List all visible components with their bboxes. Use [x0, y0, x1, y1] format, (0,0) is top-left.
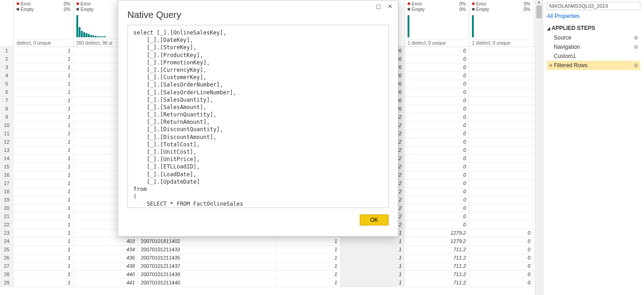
- cell[interactable]: 1279.2: [405, 229, 469, 237]
- cell[interactable]: 20070101211440: [138, 279, 276, 287]
- row-number[interactable]: 21: [0, 213, 14, 220]
- cell[interactable]: 1: [14, 179, 74, 187]
- cell[interactable]: [469, 213, 534, 220]
- cell[interactable]: 1: [340, 246, 405, 254]
- cell[interactable]: 20070101211437: [138, 262, 276, 270]
- row-number[interactable]: 18: [0, 188, 14, 196]
- cell[interactable]: 0: [405, 179, 469, 187]
- cell[interactable]: 0: [405, 88, 469, 96]
- cell[interactable]: 1: [14, 163, 74, 171]
- cell[interactable]: 0: [405, 188, 469, 196]
- cell[interactable]: 1: [14, 271, 74, 278]
- cell[interactable]: 441: [74, 279, 138, 287]
- cell[interactable]: 711.2: [405, 254, 469, 262]
- scroll-thumb[interactable]: [536, 6, 542, 18]
- cell[interactable]: [469, 113, 534, 121]
- row-number[interactable]: 16: [0, 171, 14, 179]
- cell[interactable]: 1: [14, 88, 74, 96]
- cell[interactable]: 1: [14, 121, 74, 129]
- cell[interactable]: 711.2: [405, 271, 469, 278]
- column-header-a[interactable]: Error0% Empty0% distinct, 0 unique: [14, 0, 74, 46]
- gear-icon[interactable]: ⚙: [634, 63, 638, 69]
- cell[interactable]: 1: [340, 262, 405, 270]
- connection-name[interactable]: NIKOLAI\MSSQL03_2019: [547, 2, 640, 10]
- cell[interactable]: 20070101211439: [138, 271, 276, 278]
- row-number[interactable]: 9: [0, 113, 14, 121]
- cell[interactable]: 0: [405, 55, 469, 63]
- cell[interactable]: 1: [14, 196, 74, 204]
- cell[interactable]: 0: [405, 155, 469, 162]
- cell[interactable]: 20070101211435: [138, 254, 276, 262]
- row-number[interactable]: 29: [0, 279, 14, 287]
- row-number[interactable]: 4: [0, 72, 14, 80]
- cell[interactable]: [469, 179, 534, 187]
- cell[interactable]: 0: [405, 196, 469, 204]
- cell[interactable]: 1: [340, 279, 405, 287]
- cell[interactable]: [469, 80, 534, 88]
- native-query-code[interactable]: select [_].[OnlineSalesKey], [_].[DateKe…: [127, 25, 389, 208]
- cell[interactable]: 0: [405, 121, 469, 129]
- cell[interactable]: 1: [276, 254, 340, 262]
- row-number[interactable]: 15: [0, 163, 14, 171]
- cell[interactable]: 403: [74, 237, 138, 245]
- cell[interactable]: 1: [14, 188, 74, 196]
- cell[interactable]: 0: [405, 64, 469, 71]
- row-number[interactable]: 12: [0, 138, 14, 146]
- row-number[interactable]: 26: [0, 254, 14, 262]
- cell[interactable]: 1: [276, 279, 340, 287]
- table-row[interactable]: 2814402007010121143911711.20: [0, 271, 535, 279]
- cell[interactable]: 1: [14, 246, 74, 254]
- cell[interactable]: 434: [74, 246, 138, 254]
- cell[interactable]: 436: [74, 254, 138, 262]
- cell[interactable]: 1: [14, 64, 74, 71]
- row-number[interactable]: 20: [0, 204, 14, 212]
- gear-icon[interactable]: ⚙: [634, 44, 638, 50]
- all-properties-link[interactable]: All Properties: [547, 13, 580, 19]
- cell[interactable]: [469, 97, 534, 104]
- cell[interactable]: 0: [405, 80, 469, 88]
- maximize-icon[interactable]: ▢: [375, 3, 381, 10]
- table-row[interactable]: 2614362007010121143511711.20: [0, 254, 535, 262]
- applied-step[interactable]: Navigation⚙: [547, 42, 640, 52]
- row-number[interactable]: 24: [0, 237, 14, 245]
- applied-step[interactable]: ✕Filtered Rows⚙: [547, 61, 640, 70]
- row-number[interactable]: 8: [0, 105, 14, 113]
- cell[interactable]: 0: [469, 262, 534, 270]
- cell[interactable]: 1: [14, 138, 74, 146]
- cell[interactable]: 1: [14, 80, 74, 88]
- cell[interactable]: 0: [469, 237, 534, 245]
- cell[interactable]: 1: [14, 279, 74, 287]
- cell[interactable]: 0: [405, 213, 469, 220]
- cell[interactable]: 1: [14, 55, 74, 63]
- vertical-scrollbar[interactable]: ▲: [535, 0, 543, 295]
- cell[interactable]: 1: [14, 155, 74, 162]
- cell[interactable]: 0: [405, 163, 469, 171]
- cell[interactable]: 1: [14, 204, 74, 212]
- cell[interactable]: 0: [405, 138, 469, 146]
- column-header-f[interactable]: Error0% Empty0% 1 distinct, 0 unique: [405, 0, 469, 46]
- cell[interactable]: 0: [405, 97, 469, 104]
- row-number[interactable]: 22: [0, 221, 14, 229]
- cell[interactable]: 1: [14, 113, 74, 121]
- cell[interactable]: [469, 155, 534, 162]
- cell[interactable]: 1: [14, 213, 74, 220]
- row-number[interactable]: 11: [0, 130, 14, 138]
- cell[interactable]: 1: [14, 237, 74, 245]
- cell[interactable]: 1: [276, 246, 340, 254]
- row-number[interactable]: 28: [0, 271, 14, 278]
- delete-step-icon[interactable]: ✕: [549, 63, 554, 68]
- caret-down-icon[interactable]: ◢: [547, 26, 550, 31]
- cell[interactable]: 0: [405, 113, 469, 121]
- row-number[interactable]: 27: [0, 262, 14, 270]
- table-row[interactable]: 2514342007010121143311711.20: [0, 246, 535, 254]
- cell[interactable]: 711.2: [405, 279, 469, 287]
- cell[interactable]: [469, 47, 534, 55]
- row-number[interactable]: 13: [0, 146, 14, 154]
- row-number[interactable]: 25: [0, 246, 14, 254]
- row-number[interactable]: 19: [0, 196, 14, 204]
- cell[interactable]: 1: [14, 254, 74, 262]
- cell[interactable]: 1: [14, 47, 74, 55]
- cell[interactable]: 0: [405, 47, 469, 55]
- cell[interactable]: [469, 196, 534, 204]
- cell[interactable]: [469, 188, 534, 196]
